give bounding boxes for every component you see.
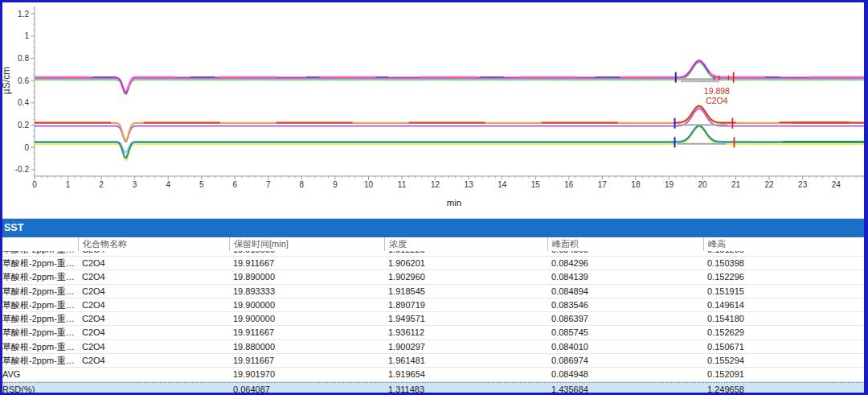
table-cell: 1.435684 <box>547 383 703 395</box>
column-header-化合物名称[interactable]: 化合物名称 <box>78 237 229 251</box>
table-cell: 1.936112 <box>384 326 547 339</box>
table-cell: 1.311483 <box>384 383 547 395</box>
table-cell: 0.084010 <box>547 340 703 354</box>
table-cell: C2O4 <box>78 298 229 312</box>
table-cell: 0.152629 <box>703 326 866 339</box>
table-row-injection-1[interactable]: 草酸根-2ppm-重复...C2O419.9116671.9062010.084… <box>0 257 868 270</box>
table-cell: 0.086974 <box>547 354 703 368</box>
table-cell: 19.900000 <box>229 298 384 312</box>
x-tick-label: 22 <box>765 180 775 189</box>
table-cell: 0.150398 <box>703 257 866 270</box>
x-tick-label: 11 <box>398 180 407 189</box>
x-tick-label: 3 <box>133 180 137 189</box>
table-cell <box>78 368 229 381</box>
y-tick-label: 0.8 <box>18 54 29 63</box>
x-tick-label: 2 <box>99 180 104 189</box>
table-cell: 草酸根-2ppm-重复... <box>2 285 78 298</box>
table-cell: 19.880000 <box>229 340 384 354</box>
x-tick-label: 12 <box>431 180 440 189</box>
table-cell: 0.086397 <box>547 312 703 326</box>
chromatogram-panel[interactable]: 0123456789101112131415161718192021222324… <box>0 0 868 219</box>
table-cell: 草酸根-2ppm-重复... <box>2 270 78 284</box>
x-axis-title: min <box>447 198 462 208</box>
sst-panel-titlebar: SST <box>0 219 868 237</box>
y-tick-label: 0.4 <box>18 98 29 107</box>
table-cell: C2O4 <box>78 354 229 368</box>
sst-results-panel: SST 化合物名称保留时间[min]浓度峰面积峰高 草酸根-2ppm-重复...… <box>0 219 868 395</box>
x-tick-label: 24 <box>832 180 841 189</box>
table-cell: C2O4 <box>78 326 229 339</box>
table-header-row: 化合物名称保留时间[min]浓度峰面积峰高 <box>0 237 868 252</box>
x-tick-label: 1 <box>66 180 71 189</box>
table-row-injection-3[interactable]: 草酸根-2ppm-重复...C2O419.8933331.9185450.084… <box>0 285 868 298</box>
table-cell: 1.902960 <box>384 270 547 284</box>
table-row-injection-7[interactable]: 草酸根-2ppm-重复...C2O419.8800001.9002970.084… <box>0 340 868 354</box>
table-row-rsd[interactable]: RSD(%)0.0640871.3114831.4356841.249658 <box>0 382 868 395</box>
peak-compound-label: C2O4 <box>706 96 728 105</box>
table-row-injection-2[interactable]: 草酸根-2ppm-重复...C2O419.8900001.9029600.084… <box>0 270 868 284</box>
chromatography-app-window: 0123456789101112131415161718192021222324… <box>0 0 868 395</box>
y-tick-label: 1.2 <box>18 10 29 19</box>
x-tick-label: 8 <box>300 180 305 189</box>
table-cell: 19.900000 <box>229 312 384 326</box>
trace-injection-teal <box>35 125 865 158</box>
x-tick-label: 6 <box>233 180 238 189</box>
x-tick-label: 10 <box>364 180 374 189</box>
table-cell: 草酸根-2ppm-重复... <box>2 312 78 326</box>
table-cell: 19.901970 <box>229 368 384 381</box>
table-cell: 19.893333 <box>229 285 384 298</box>
x-tick-label: 14 <box>497 180 507 189</box>
table-cell: 0.084894 <box>547 285 703 298</box>
table-rows-area: 草酸根-2ppm-重复...C2O419.9116671.9062010.084… <box>0 257 868 395</box>
table-cell: 草酸根-2ppm-重复... <box>2 340 78 354</box>
table-row-avg[interactable]: AVG19.9019701.9196540.0849480.152091 <box>0 368 868 381</box>
table-cell: C2O4 <box>78 312 229 326</box>
table-cell: 0.085745 <box>547 326 703 339</box>
table-cell: 1.900297 <box>384 340 547 354</box>
trace-injection-purple <box>35 109 865 142</box>
table-cell: 1.918545 <box>384 285 547 298</box>
table-row-injection-6[interactable]: 草酸根-2ppm-重复...C2O419.9116671.9361120.085… <box>0 326 868 339</box>
table-row-injection-4[interactable]: 草酸根-2ppm-重复...C2O419.9000001.8907190.083… <box>0 298 868 312</box>
table-cell: 草酸根-2ppm-重复... <box>2 326 78 339</box>
table-cell: 19.890000 <box>229 270 384 284</box>
column-header-浓度[interactable]: 浓度 <box>384 237 547 251</box>
table-cell: 0.064087 <box>229 383 384 395</box>
table-cell: C2O4 <box>78 251 229 257</box>
y-tick-label: -0.2 <box>15 165 30 174</box>
table-cell <box>78 383 229 395</box>
table-row-injection-5[interactable]: 草酸根-2ppm-重复...C2O419.9000001.9495710.086… <box>0 312 868 326</box>
column-header-峰高[interactable]: 峰高 <box>703 237 866 251</box>
trace-injection-lightblue <box>35 125 865 152</box>
x-tick-label: 0 <box>32 180 37 189</box>
table-cell: 1.249658 <box>703 383 866 395</box>
table-cell: RSD(%) <box>2 383 78 395</box>
chromatogram-chart[interactable]: 0123456789101112131415161718192021222324… <box>0 0 868 219</box>
y-tick-label: 0.6 <box>18 76 29 85</box>
x-tick-label: 17 <box>598 180 608 189</box>
table-cell: 0.149614 <box>703 298 866 312</box>
column-header-保留时间[min][interactable]: 保留时间[min] <box>229 237 384 251</box>
sst-panel-title: SST <box>4 222 23 233</box>
table-cell: 0.152091 <box>703 368 866 381</box>
table-cell: C2O4 <box>78 270 229 284</box>
column-header-sample[interactable] <box>2 237 78 251</box>
table-row-injection-8[interactable]: 草酸根-2ppm-重复...C2O419.9116671.9614810.086… <box>0 354 868 368</box>
table-cell: 草酸根-2ppm-重复... <box>2 354 78 368</box>
table-cell: 1.906201 <box>384 257 547 270</box>
x-tick-label: 5 <box>199 180 204 189</box>
y-axis-title: µS/cm <box>1 67 12 94</box>
table-cell: 草酸根-2ppm-重复... <box>2 251 78 257</box>
x-tick-label: 4 <box>166 180 170 189</box>
table-cell: 0.154180 <box>703 312 866 326</box>
table-cell: 19.911667 <box>229 354 384 368</box>
trace-injection-yellow <box>35 127 865 160</box>
table-cell: 0.152296 <box>703 270 866 284</box>
table-cell: 草酸根-2ppm-重复... <box>2 257 78 270</box>
table-cell: 0.084948 <box>547 368 703 381</box>
x-tick-label: 23 <box>798 180 808 189</box>
table-cell: 1.912220 <box>384 251 547 257</box>
column-header-峰面积[interactable]: 峰面积 <box>547 237 703 251</box>
y-tick-label: 0.2 <box>18 121 29 130</box>
table-cell: 0.084300 <box>547 251 703 257</box>
